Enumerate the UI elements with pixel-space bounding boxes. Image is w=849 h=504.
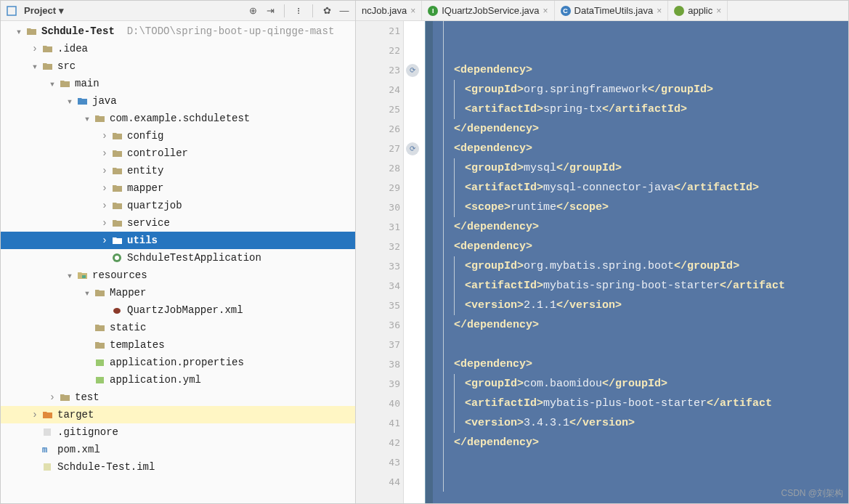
close-icon[interactable]: ×: [716, 6, 721, 16]
tree-item[interactable]: ›target: [1, 406, 355, 423]
editor-tab[interactable]: applic×: [668, 1, 728, 20]
chevron-icon[interactable]: ›: [99, 235, 110, 245]
code-line[interactable]: <artifactId>mysql-connector-java</artifa…: [433, 178, 848, 198]
code-line[interactable]: [433, 335, 848, 354]
code-line[interactable]: <dependency>: [433, 237, 848, 256]
code-line[interactable]: <groupId>org.mybatis.spring.boot</groupI…: [433, 256, 848, 276]
close-icon[interactable]: ×: [543, 6, 548, 16]
tree-item[interactable]: ›test: [1, 389, 355, 406]
tree-item[interactable]: ▾com.example.schduletest: [1, 110, 355, 127]
code-line[interactable]: <artifactId>spring-tx</artifactId>: [433, 99, 848, 119]
tree-item[interactable]: ›mapper: [1, 179, 355, 197]
chevron-icon[interactable]: [99, 253, 110, 263]
line-number: 21: [356, 21, 403, 41]
code-line[interactable]: </dependency>: [433, 433, 848, 452]
tree-item[interactable]: SchduleTestApplication: [1, 249, 355, 267]
code-line[interactable]: <groupId>mysql</groupId>: [433, 158, 848, 178]
chevron-icon[interactable]: ›: [30, 410, 40, 420]
code-area[interactable]: <dependency><groupId>org.springframework…: [433, 21, 848, 503]
chevron-icon[interactable]: [82, 357, 92, 367]
chevron-icon[interactable]: ▾: [47, 78, 57, 89]
tree-item[interactable]: static: [1, 319, 355, 336]
editor-tab[interactable]: ncJob.java×: [356, 1, 422, 20]
chevron-icon[interactable]: ▾: [30, 61, 40, 71]
tree-item[interactable]: QuartzJobMapper.xml: [1, 301, 355, 319]
code-line[interactable]: <version>2.1.1</version>: [433, 296, 848, 315]
editor[interactable]: 212223⟳24252627⟳282930313233343536373839…: [356, 21, 848, 503]
locate-icon[interactable]: ⊕: [246, 4, 259, 17]
close-icon[interactable]: ×: [657, 6, 662, 16]
tree-item[interactable]: ▾main: [1, 75, 355, 92]
chevron-icon[interactable]: ▾: [82, 113, 92, 123]
editor-tab[interactable]: IIQuartzJobService.java×: [422, 1, 554, 20]
chevron-icon[interactable]: ▾: [65, 270, 75, 280]
chevron-icon[interactable]: ›: [99, 218, 110, 228]
collapse-icon[interactable]: ⫶: [292, 4, 305, 17]
chevron-icon[interactable]: ▾: [65, 96, 75, 106]
code-line[interactable]: <artifactId>mybatis-spring-boot-starter<…: [433, 276, 848, 296]
code-line[interactable]: [433, 452, 848, 472]
override-icon[interactable]: ⟳: [406, 64, 419, 77]
chevron-icon[interactable]: [30, 427, 40, 437]
tree-item[interactable]: ▾java: [1, 92, 355, 110]
chevron-icon[interactable]: [82, 340, 92, 350]
tree-item[interactable]: ›entity: [1, 162, 355, 179]
tree-item[interactable]: ›service: [1, 214, 355, 232]
close-icon[interactable]: ×: [410, 6, 415, 16]
chevron-icon[interactable]: ›: [99, 183, 110, 193]
code-line[interactable]: <version>3.4.3.1</version>: [433, 413, 848, 433]
tree-item[interactable]: ›controller: [1, 145, 355, 162]
gear-icon[interactable]: ✿: [320, 4, 333, 17]
code-line[interactable]: <scope>runtime</scope>: [433, 198, 848, 217]
code-line[interactable]: <artifactId>mybatis-plus-boot-starter</a…: [433, 394, 848, 413]
expand-icon[interactable]: ⇥: [264, 4, 277, 17]
tree-item[interactable]: ›utils: [1, 232, 355, 249]
file-type-icon: I: [428, 6, 438, 16]
line-number: 33: [356, 256, 403, 276]
tree-item[interactable]: ›quartzjob: [1, 197, 355, 214]
project-tree[interactable]: ▾Schdule-Test D:\TODO\spring-boot-up-qin…: [1, 21, 355, 503]
chevron-icon[interactable]: [82, 375, 92, 385]
tree-item[interactable]: application.yml: [1, 371, 355, 389]
tree-item[interactable]: ›.idea: [1, 40, 355, 57]
chevron-icon[interactable]: [82, 322, 92, 333]
chevron-icon[interactable]: ›: [99, 200, 110, 211]
override-icon[interactable]: ⟳: [406, 142, 419, 155]
chevron-icon[interactable]: ›: [99, 166, 110, 176]
chevron-icon[interactable]: ›: [30, 44, 40, 54]
code-line[interactable]: </dependency>: [433, 315, 848, 335]
tree-item[interactable]: application.properties: [1, 354, 355, 371]
chevron-icon[interactable]: ▾: [82, 288, 92, 298]
code-line[interactable]: <groupId>org.springframework</groupId>: [433, 80, 848, 99]
tree-item[interactable]: ▾resources: [1, 267, 355, 284]
code-line[interactable]: <dependency>: [433, 139, 848, 158]
editor-tab[interactable]: CDataTimeUtils.java×: [555, 1, 669, 20]
node-icon: [94, 113, 105, 124]
chevron-icon[interactable]: [30, 444, 40, 455]
tree-item[interactable]: templates: [1, 336, 355, 354]
chevron-icon[interactable]: ›: [99, 148, 110, 158]
code-line[interactable]: <groupId>com.baomidou</groupId>: [433, 374, 848, 394]
line-number: 42: [356, 433, 403, 452]
tree-item[interactable]: ▾src: [1, 57, 355, 75]
code-line[interactable]: [433, 21, 848, 41]
chevron-icon[interactable]: ›: [47, 392, 57, 402]
tree-item[interactable]: .gitignore: [1, 423, 355, 441]
tree-item[interactable]: mpom.xml: [1, 441, 355, 458]
tree-item[interactable]: ›config: [1, 127, 355, 145]
code-line[interactable]: <dependency>: [433, 354, 848, 374]
chevron-icon[interactable]: [30, 462, 40, 472]
tree-item[interactable]: Schdule-Test.iml: [1, 458, 355, 476]
project-dropdown[interactable]: Project ▾: [24, 5, 64, 16]
svg-text:m: m: [42, 445, 47, 455]
hide-icon[interactable]: —: [338, 4, 351, 17]
tree-item[interactable]: ▾Mapper: [1, 284, 355, 301]
code-line[interactable]: <dependency>: [433, 60, 848, 80]
svg-rect-3: [82, 275, 86, 278]
code-line[interactable]: [433, 41, 848, 60]
code-line[interactable]: </dependency>: [433, 119, 848, 139]
code-line[interactable]: </dependency>: [433, 217, 848, 237]
chevron-icon[interactable]: ›: [99, 131, 110, 141]
tree-root[interactable]: ▾Schdule-Test D:\TODO\spring-boot-up-qin…: [1, 23, 355, 40]
chevron-icon[interactable]: [99, 305, 110, 315]
